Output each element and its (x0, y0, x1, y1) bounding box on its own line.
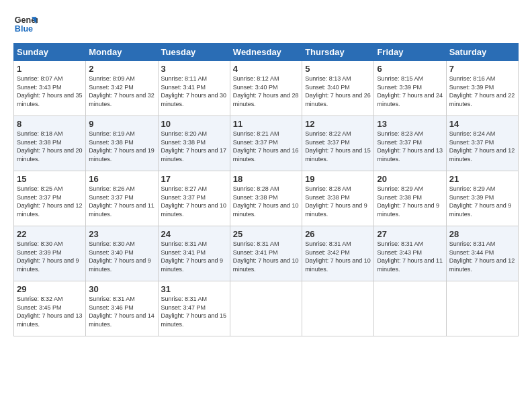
cell-info: Sunrise: 8:21 AMSunset: 3:37 PMDaylight:… (233, 130, 299, 163)
calendar-cell: 18Sunrise: 8:28 AMSunset: 3:38 PMDayligh… (230, 171, 302, 226)
calendar-cell: 11Sunrise: 8:21 AMSunset: 3:37 PMDayligh… (230, 116, 302, 171)
calendar-cell (374, 281, 446, 336)
day-number: 7 (449, 64, 515, 74)
cell-info: Sunrise: 8:23 AMSunset: 3:37 PMDaylight:… (377, 130, 443, 163)
calendar-cell: 21Sunrise: 8:29 AMSunset: 3:39 PMDayligh… (446, 171, 518, 226)
calendar-cell: 8Sunrise: 8:18 AMSunset: 3:38 PMDaylight… (14, 116, 86, 171)
day-number: 28 (449, 229, 515, 239)
cell-info: Sunrise: 8:26 AMSunset: 3:37 PMDaylight:… (89, 185, 154, 218)
calendar-cell: 9Sunrise: 8:19 AMSunset: 3:38 PMDaylight… (86, 116, 158, 171)
day-number: 17 (161, 174, 227, 184)
day-number: 31 (161, 284, 227, 294)
calendar-cell: 26Sunrise: 8:31 AMSunset: 3:42 PMDayligh… (302, 226, 374, 281)
calendar-cell: 23Sunrise: 8:30 AMSunset: 3:40 PMDayligh… (86, 226, 158, 281)
day-number: 18 (233, 174, 299, 184)
day-number: 22 (17, 229, 83, 239)
cell-info: Sunrise: 8:32 AMSunset: 3:45 PMDaylight:… (17, 295, 83, 328)
day-number: 29 (17, 284, 83, 294)
day-number: 1 (17, 64, 83, 74)
header: General Blue (13, 12, 519, 36)
day-number: 16 (89, 174, 154, 184)
cell-info: Sunrise: 8:22 AMSunset: 3:37 PMDaylight:… (305, 130, 371, 163)
calendar-cell: 1Sunrise: 8:07 AMSunset: 3:43 PMDaylight… (14, 61, 86, 116)
cell-info: Sunrise: 8:18 AMSunset: 3:38 PMDaylight:… (17, 130, 83, 163)
day-number: 8 (17, 119, 83, 129)
col-header-wednesday: Wednesday (230, 44, 302, 61)
day-number: 23 (89, 229, 154, 239)
cell-info: Sunrise: 8:31 AMSunset: 3:41 PMDaylight:… (161, 240, 227, 273)
logo-icon: General Blue (13, 12, 38, 36)
week-row-1: 1Sunrise: 8:07 AMSunset: 3:43 PMDaylight… (14, 61, 519, 116)
calendar-table: SundayMondayTuesdayWednesdayThursdayFrid… (13, 43, 519, 336)
day-number: 2 (89, 64, 154, 74)
day-number: 30 (89, 284, 154, 294)
cell-info: Sunrise: 8:29 AMSunset: 3:38 PMDaylight:… (377, 185, 443, 218)
calendar-cell: 12Sunrise: 8:22 AMSunset: 3:37 PMDayligh… (302, 116, 374, 171)
cell-info: Sunrise: 8:13 AMSunset: 3:40 PMDaylight:… (305, 75, 371, 108)
cell-info: Sunrise: 8:11 AMSunset: 3:41 PMDaylight:… (161, 75, 227, 108)
cell-info: Sunrise: 8:16 AMSunset: 3:39 PMDaylight:… (449, 75, 515, 108)
calendar-cell (230, 281, 302, 336)
calendar-cell: 17Sunrise: 8:27 AMSunset: 3:37 PMDayligh… (158, 171, 230, 226)
svg-text:Blue: Blue (15, 24, 33, 34)
cell-info: Sunrise: 8:31 AMSunset: 3:41 PMDaylight:… (233, 240, 299, 273)
cell-info: Sunrise: 8:28 AMSunset: 3:38 PMDaylight:… (305, 185, 371, 218)
cell-info: Sunrise: 8:30 AMSunset: 3:39 PMDaylight:… (17, 240, 83, 273)
calendar-cell: 16Sunrise: 8:26 AMSunset: 3:37 PMDayligh… (86, 171, 158, 226)
day-number: 10 (161, 119, 227, 129)
day-number: 27 (377, 229, 443, 239)
day-number: 14 (449, 119, 515, 129)
calendar-cell: 24Sunrise: 8:31 AMSunset: 3:41 PMDayligh… (158, 226, 230, 281)
cell-info: Sunrise: 8:31 AMSunset: 3:42 PMDaylight:… (305, 240, 371, 273)
calendar-cell: 7Sunrise: 8:16 AMSunset: 3:39 PMDaylight… (446, 61, 518, 116)
cell-info: Sunrise: 8:31 AMSunset: 3:47 PMDaylight:… (161, 295, 227, 328)
calendar-cell: 28Sunrise: 8:31 AMSunset: 3:44 PMDayligh… (446, 226, 518, 281)
calendar-cell: 3Sunrise: 8:11 AMSunset: 3:41 PMDaylight… (158, 61, 230, 116)
calendar-cell: 31Sunrise: 8:31 AMSunset: 3:47 PMDayligh… (158, 281, 230, 336)
calendar-cell: 14Sunrise: 8:24 AMSunset: 3:37 PMDayligh… (446, 116, 518, 171)
cell-info: Sunrise: 8:19 AMSunset: 3:38 PMDaylight:… (89, 130, 154, 163)
cell-info: Sunrise: 8:12 AMSunset: 3:40 PMDaylight:… (233, 75, 299, 108)
calendar-cell: 15Sunrise: 8:25 AMSunset: 3:37 PMDayligh… (14, 171, 86, 226)
day-number: 5 (305, 64, 371, 74)
col-header-saturday: Saturday (446, 44, 518, 61)
cell-info: Sunrise: 8:25 AMSunset: 3:37 PMDaylight:… (17, 185, 83, 218)
day-number: 26 (305, 229, 371, 239)
day-number: 25 (233, 229, 299, 239)
calendar-cell: 4Sunrise: 8:12 AMSunset: 3:40 PMDaylight… (230, 61, 302, 116)
col-header-thursday: Thursday (302, 44, 374, 61)
cell-info: Sunrise: 8:29 AMSunset: 3:39 PMDaylight:… (449, 185, 515, 218)
calendar-cell: 27Sunrise: 8:31 AMSunset: 3:43 PMDayligh… (374, 226, 446, 281)
calendar-cell: 10Sunrise: 8:20 AMSunset: 3:38 PMDayligh… (158, 116, 230, 171)
cell-info: Sunrise: 8:31 AMSunset: 3:46 PMDaylight:… (89, 295, 154, 328)
day-number: 12 (305, 119, 371, 129)
day-number: 24 (161, 229, 227, 239)
calendar-cell: 5Sunrise: 8:13 AMSunset: 3:40 PMDaylight… (302, 61, 374, 116)
cell-info: Sunrise: 8:31 AMSunset: 3:43 PMDaylight:… (377, 240, 443, 273)
day-number: 11 (233, 119, 299, 129)
day-number: 4 (233, 64, 299, 74)
day-number: 21 (449, 174, 515, 184)
week-row-3: 15Sunrise: 8:25 AMSunset: 3:37 PMDayligh… (14, 171, 519, 226)
day-number: 19 (305, 174, 371, 184)
col-header-tuesday: Tuesday (158, 44, 230, 61)
calendar-cell: 20Sunrise: 8:29 AMSunset: 3:38 PMDayligh… (374, 171, 446, 226)
cell-info: Sunrise: 8:20 AMSunset: 3:38 PMDaylight:… (161, 130, 227, 163)
cell-info: Sunrise: 8:27 AMSunset: 3:37 PMDaylight:… (161, 185, 227, 218)
calendar-cell: 22Sunrise: 8:30 AMSunset: 3:39 PMDayligh… (14, 226, 86, 281)
col-header-friday: Friday (374, 44, 446, 61)
calendar-page: General Blue SundayMondayTuesdayWednesda… (0, 0, 532, 411)
cell-info: Sunrise: 8:30 AMSunset: 3:40 PMDaylight:… (89, 240, 154, 273)
calendar-cell: 19Sunrise: 8:28 AMSunset: 3:38 PMDayligh… (302, 171, 374, 226)
calendar-cell: 13Sunrise: 8:23 AMSunset: 3:37 PMDayligh… (374, 116, 446, 171)
col-header-sunday: Sunday (14, 44, 86, 61)
week-row-4: 22Sunrise: 8:30 AMSunset: 3:39 PMDayligh… (14, 226, 519, 281)
cell-info: Sunrise: 8:28 AMSunset: 3:38 PMDaylight:… (233, 185, 299, 218)
day-number: 6 (377, 64, 443, 74)
cell-info: Sunrise: 8:15 AMSunset: 3:39 PMDaylight:… (377, 75, 443, 108)
calendar-cell (302, 281, 374, 336)
day-number: 15 (17, 174, 83, 184)
calendar-cell: 6Sunrise: 8:15 AMSunset: 3:39 PMDaylight… (374, 61, 446, 116)
calendar-cell: 25Sunrise: 8:31 AMSunset: 3:41 PMDayligh… (230, 226, 302, 281)
calendar-cell (446, 281, 518, 336)
